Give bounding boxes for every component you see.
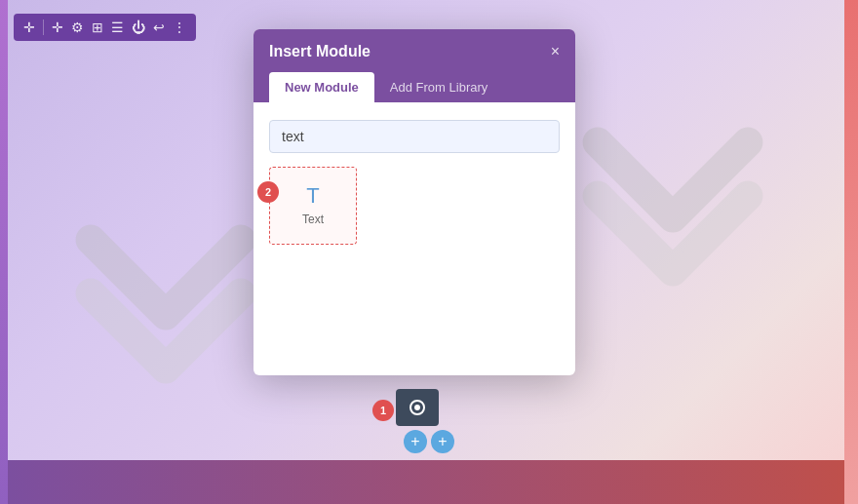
modal-close-button[interactable]: × [551, 44, 560, 59]
modal-body: T Text [254, 102, 575, 375]
toolbar-more-icon[interactable]: ⋮ [173, 19, 186, 35]
toolbar-list-icon[interactable]: ☰ [111, 19, 124, 35]
toolbar-move-icon[interactable]: ✛ [23, 19, 35, 35]
bottom-bar [0, 460, 858, 504]
bottom-add-buttons: + + [404, 430, 454, 453]
chevron-left-decoration [58, 175, 273, 390]
divi-logo-button[interactable] [396, 389, 439, 426]
modal-tabs: New Module Add From Library [269, 72, 560, 102]
toolbar-grid-icon[interactable]: ⊞ [92, 19, 103, 35]
insert-module-modal: Insert Module × New Module Add From Libr… [254, 29, 575, 375]
left-border-stripe [0, 0, 8, 504]
toolbar-settings-icon[interactable]: ⚙ [71, 19, 84, 35]
badge-number-2: 2 [257, 181, 279, 203]
text-module-label: Text [302, 213, 324, 226]
chevron-right-decoration [566, 78, 780, 292]
modal-title-row: Insert Module × [269, 43, 560, 60]
badge-number-1: 1 [372, 400, 394, 421]
tab-add-from-library[interactable]: Add From Library [374, 72, 503, 102]
modal-title: Insert Module [269, 43, 370, 60]
tab-new-module[interactable]: New Module [269, 72, 374, 102]
bottom-add-btn-1[interactable]: + [404, 430, 427, 453]
toolbar-undo-icon[interactable]: ↩ [153, 19, 165, 35]
text-module-icon: T [306, 185, 319, 207]
modal-header: Insert Module × New Module Add From Libr… [254, 29, 575, 102]
right-border-stripe [844, 0, 858, 504]
toolbar-power-icon[interactable]: ⏻ [132, 19, 145, 35]
toolbar-add-icon[interactable]: ✛ [52, 19, 63, 35]
top-toolbar: ✛ ✛ ⚙ ⊞ ☰ ⏻ ↩ ⋮ [14, 14, 196, 41]
module-item-text[interactable]: T Text [269, 167, 357, 245]
bottom-add-btn-2[interactable]: + [431, 430, 454, 453]
divi-logo-icon [407, 399, 428, 416]
module-search-input[interactable] [269, 120, 560, 153]
module-grid: T Text [269, 167, 560, 245]
toolbar-divider-1 [43, 19, 44, 35]
